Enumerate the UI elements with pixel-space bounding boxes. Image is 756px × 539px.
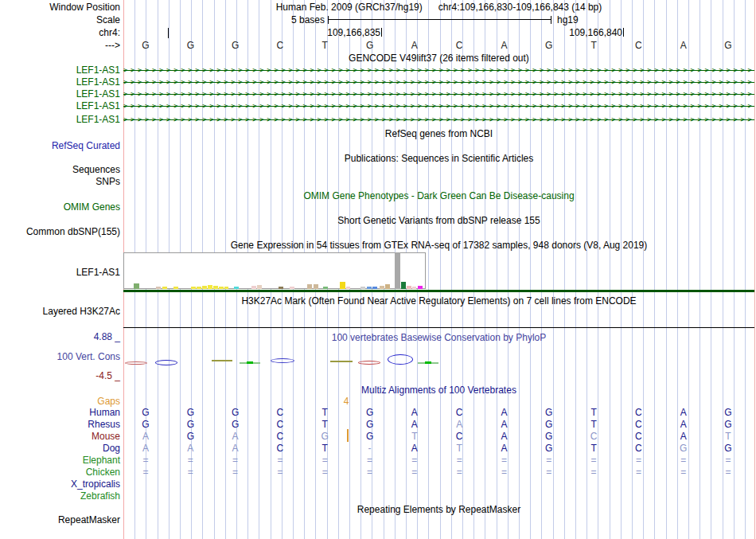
alignment-base: C — [273, 407, 287, 418]
base-letter: T — [586, 40, 601, 51]
gtex-plot-box — [123, 252, 426, 289]
alignment-base: A — [138, 443, 153, 454]
gap-insert-marker — [347, 429, 349, 442]
layered-h3k27ac-label[interactable]: Layered H3K27Ac — [0, 306, 120, 317]
alignment-base: - — [363, 443, 377, 454]
alignment-base: G — [363, 407, 377, 418]
alignment-base: G — [721, 407, 735, 418]
gtex-expression-bar — [173, 287, 178, 289]
species-label-chicken[interactable]: Chicken — [0, 467, 120, 478]
omim-genes-label[interactable]: OMIM Genes — [0, 201, 120, 213]
alignment-base: G — [542, 443, 556, 454]
gene-label[interactable]: LEF1-AS1 — [0, 100, 120, 111]
alignment-base: = — [318, 455, 332, 466]
refseq-curated-label[interactable]: RefSeq Curated — [0, 140, 120, 151]
species-label-mouse[interactable]: Mouse — [0, 431, 120, 442]
gtex-expression-bar — [407, 286, 411, 289]
assembly-short: hg19 — [557, 14, 579, 25]
alignment-base: T — [586, 443, 601, 454]
publications-track-title[interactable]: Publications: Sequences in Scientific Ar… — [123, 153, 754, 164]
gtex-expression-bar — [380, 286, 384, 289]
gtex-expression-bar — [346, 287, 350, 289]
alignment-base: A — [407, 443, 422, 454]
alignment-base: A — [228, 431, 243, 442]
species-label-elephant[interactable]: Elephant — [0, 455, 120, 466]
gtex-gene-label[interactable]: LEF1-AS1 — [0, 267, 120, 278]
alignment-base: = — [138, 455, 153, 466]
coord-right-tick — [623, 28, 624, 37]
strand-arrows: >>>>>>>>>>>>>>>>>>>>>>>>>>>>>>>>>>>>>>>>… — [123, 90, 754, 98]
gtex-track-title[interactable]: Gene Expression in 54 tissues from GTEx … — [123, 240, 754, 251]
alignment-base: A — [183, 443, 197, 454]
phylop-min-value: -4.5 _ — [0, 370, 120, 381]
gtex-expression-bar — [372, 287, 377, 289]
species-label-dog[interactable]: Dog — [0, 443, 120, 454]
base-letter: A — [497, 40, 511, 51]
gtex-expression-bar — [401, 282, 406, 289]
strand-arrows: >>>>>>>>>>>>>>>>>>>>>>>>>>>>>>>>>>>>>>>>… — [123, 115, 754, 123]
gtex-gene-model-line[interactable] — [123, 290, 754, 292]
gtex-expression-bar — [360, 287, 365, 289]
gene-label[interactable]: LEF1-AS1 — [0, 76, 120, 88]
base-letter: G — [183, 40, 197, 51]
alignment-base: = — [721, 455, 735, 466]
gtex-expression-bar — [208, 285, 212, 289]
alignment-base: = — [183, 467, 197, 478]
h3k27ac-track-title[interactable]: H3K27Ac Mark (Often Found Near Active Re… — [123, 295, 754, 307]
common-dbsnp-label[interactable]: Common dbSNP(155) — [0, 226, 120, 237]
base-letter: G — [138, 40, 153, 51]
gaps-label[interactable]: Gaps — [0, 396, 120, 407]
species-label-zebrafish[interactable]: Zebrafish — [0, 490, 120, 502]
alignment-base: G — [228, 407, 243, 418]
alignment-base: = — [586, 455, 601, 466]
scale-value: 5 bases — [245, 14, 325, 25]
vert-cons-label[interactable]: 100 Vert. Cons — [0, 351, 120, 362]
alignment-base: C — [631, 407, 645, 418]
gencode-track-title[interactable]: GENCODE V49lift37 (26 items filtered out… — [123, 53, 754, 64]
gtex-expression-bar — [367, 287, 372, 289]
alignment-base: T — [721, 431, 735, 442]
strand-direction-label: ---> — [0, 40, 120, 51]
position-range: chr4:109,166,830-109,166,843 (14 bp) — [423, 2, 602, 13]
gene-label[interactable]: LEF1-AS1 — [0, 114, 120, 125]
species-label-human[interactable]: Human — [0, 407, 120, 418]
gtex-expression-bar — [156, 287, 161, 289]
alignment-base: A — [676, 419, 691, 430]
snps-label[interactable]: SNPs — [0, 176, 120, 187]
repeatmasker-label[interactable]: RepeatMasker — [0, 514, 120, 525]
gtex-expression-bar — [323, 287, 328, 289]
coord-right-label: 109,166,840 — [543, 27, 622, 38]
alignment-base: = — [407, 455, 422, 466]
gene-label[interactable]: LEF1-AS1 — [0, 64, 120, 76]
alignment-base: C — [452, 407, 466, 418]
gtex-expression-bar — [191, 287, 196, 289]
species-label-rhesus[interactable]: Rhesus — [0, 419, 120, 430]
gtex-expression-bar — [418, 286, 423, 289]
alignment-base: A — [497, 431, 511, 442]
repeatmasker-track-title[interactable]: Repeating Elements by RepeatMasker — [123, 504, 754, 515]
base-letter: C — [452, 40, 466, 51]
base-letter: A — [407, 40, 422, 51]
alignment-base: G — [183, 407, 197, 418]
right-guide-line — [754, 0, 755, 539]
gene-label[interactable]: LEF1-AS1 — [0, 88, 120, 100]
dbsnp-track-title[interactable]: Short Genetic Variants from dbSNP releas… — [123, 215, 754, 226]
alignment-base: A — [676, 431, 691, 442]
refseq-track-title[interactable]: RefSeq genes from NCBI — [123, 128, 754, 139]
gtex-expression-bar — [219, 287, 224, 289]
gtex-expression-bar — [395, 252, 400, 289]
scale-ruler-line — [328, 19, 551, 20]
alignment-base: G — [721, 443, 735, 454]
alignment-base: = — [363, 455, 377, 466]
multiz-track-title[interactable]: Multiz Alignments of 100 Vertebrates — [123, 385, 754, 396]
sequences-label[interactable]: Sequences — [0, 164, 120, 175]
alignment-base: A — [407, 419, 422, 430]
gtex-expression-bar — [213, 286, 218, 289]
alignment-base: C — [631, 443, 645, 454]
scale-label: Scale — [0, 14, 120, 25]
alignment-base: = — [676, 467, 691, 478]
omim-track-title[interactable]: OMIM Gene Phenotypes - Dark Green Can Be… — [123, 190, 754, 201]
phylop-track-title[interactable]: 100 vertebrates Basewise Conservation by… — [123, 332, 754, 343]
species-label-x_tropicalis[interactable]: X_tropicalis — [0, 478, 120, 490]
coord-left-label: 109,166,835 — [301, 27, 380, 38]
